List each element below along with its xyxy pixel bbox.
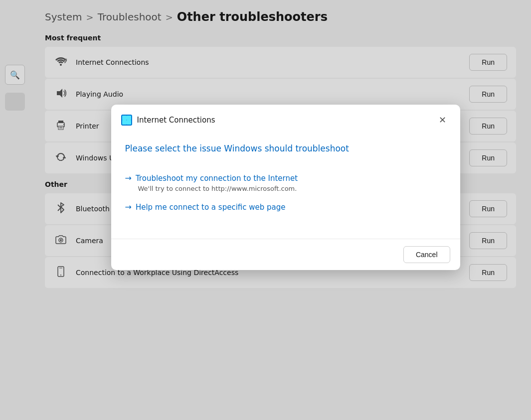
svg-rect-15: [127, 116, 131, 120]
modal-close-button[interactable]: ✕: [435, 113, 450, 128]
modal-option-internet: → Troubleshoot my connection to the Inte…: [125, 173, 446, 192]
cancel-button[interactable]: Cancel: [403, 246, 450, 263]
option-webpage-link[interactable]: → Help me connect to a specific web page: [125, 202, 446, 212]
option-internet-label: Troubleshoot my connection to the Intern…: [136, 174, 298, 183]
modal-title-row: Internet Connections: [121, 115, 215, 126]
svg-rect-16: [122, 120, 127, 125]
svg-rect-14: [122, 116, 127, 120]
modal-header: Internet Connections ✕: [111, 105, 460, 134]
modal-app-icon: [121, 115, 132, 126]
option-webpage-label: Help me connect to a specific web page: [136, 203, 286, 212]
modal-question: Please select the issue Windows should t…: [125, 143, 446, 153]
option-internet-link[interactable]: → Troubleshoot my connection to the Inte…: [125, 173, 446, 183]
modal-option-webpage: → Help me connect to a specific web page: [125, 202, 446, 214]
option-internet-desc: We'll try to connect to http://www.micro…: [125, 185, 446, 192]
arrow-icon: →: [125, 173, 132, 183]
modal-title: Internet Connections: [137, 116, 215, 125]
modal-body: Please select the issue Windows should t…: [111, 134, 460, 239]
modal-overlay[interactable]: Internet Connections ✕ Please select the…: [0, 0, 531, 420]
troubleshoot-modal: Internet Connections ✕ Please select the…: [111, 105, 460, 270]
arrow-icon-2: →: [125, 202, 132, 212]
svg-rect-17: [127, 120, 131, 125]
modal-footer: Cancel: [111, 239, 460, 270]
